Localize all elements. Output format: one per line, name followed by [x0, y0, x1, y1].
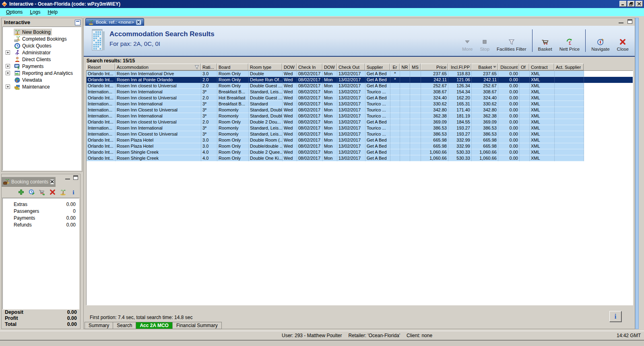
column-header-contract[interactable]: Contract — [529, 64, 554, 70]
table-row[interactable]: Internation...Rosen Inn International3*B… — [87, 101, 633, 107]
table-row[interactable]: Orlando Int...Rosen Inn closest to Unive… — [87, 95, 633, 101]
column-header-discount[interactable]: Discount — [498, 64, 519, 70]
delete-icon[interactable] — [49, 189, 56, 196]
refresh-clock-icon[interactable] — [28, 189, 35, 196]
sidebar-item-payments[interactable]: $Payments — [3, 63, 81, 70]
table-row[interactable]: Orlando Int...Rosen Inn closest to Unive… — [87, 119, 633, 125]
basket-transfer-icon[interactable] — [39, 189, 45, 196]
cell-nr — [400, 89, 410, 95]
column-header-price[interactable]: Price — [421, 64, 448, 70]
cell-check_out: 13/02/2017 — [337, 95, 365, 101]
expand-icon[interactable] — [6, 64, 10, 68]
column-header-check_out[interactable]: Check Out — [337, 64, 365, 70]
table-row[interactable]: Internation...Rosen Inn International3*B… — [87, 89, 633, 95]
cell-accommodation: Rosen Inn International — [116, 113, 201, 119]
row-label: Extras — [14, 202, 27, 207]
cell-dow_out: Mon — [323, 89, 337, 95]
restore-button[interactable] — [627, 1, 635, 7]
table-row[interactable]: Internation...Rosen Inn Closest to Unive… — [87, 131, 633, 137]
table-row[interactable]: Orlando Int...Rosen Plaza Hotel3.0Room O… — [87, 137, 633, 143]
panel-minimize-icon[interactable] — [65, 175, 70, 179]
sidebar-item-viewdata[interactable]: Viewdata — [3, 76, 81, 83]
collapse-panel-button[interactable] — [75, 20, 80, 25]
close-tab-icon[interactable] — [136, 20, 141, 25]
facilities-filter-button[interactable]: Facilities Filter — [493, 28, 530, 54]
table-row[interactable]: Orlando Int...Rosen Shingle Creek4.0Room… — [87, 149, 633, 155]
column-header-dow_out[interactable]: DOW — [322, 64, 337, 70]
cell-dow_in: Wed — [283, 71, 297, 77]
navigate-button[interactable]: Navigate — [588, 28, 613, 54]
palm-tree-icon[interactable] — [60, 189, 66, 196]
info-icon[interactable]: i — [70, 189, 77, 196]
mdi-maximize-icon[interactable] — [627, 19, 632, 24]
column-header-accommodation[interactable]: Accommodation — [115, 64, 201, 70]
booking-contents-row-extras[interactable]: Extras0.00 — [3, 201, 79, 208]
cell-check_out: 13/02/2017 — [337, 143, 365, 149]
status-client: Client: none — [407, 333, 432, 338]
booking-contents-tab[interactable]: Booking contents — [2, 177, 56, 187]
cell-board: Hot Breakfast — [217, 95, 249, 101]
cell-price: 1,060.66 — [421, 155, 448, 161]
sidebar-item-direct-clients[interactable]: Direct Clients — [3, 56, 81, 63]
tab-search[interactable]: Search — [113, 322, 136, 329]
close-panel-icon[interactable] — [50, 179, 54, 185]
results-toolbar: MoreStopFacilities FilterBasket£Nett Pri… — [458, 28, 632, 54]
column-header-room_type[interactable]: Room type — [248, 64, 282, 70]
cell-rating: 3.0 — [201, 143, 217, 149]
column-header-er[interactable]: Er — [390, 64, 400, 70]
column-header-of[interactable]: Of — [519, 64, 529, 70]
column-header-ms[interactable]: MS — [410, 64, 421, 70]
sidebar-item-new-booking[interactable]: New Booking — [3, 29, 81, 35]
tab-acc-2a-mco[interactable]: Acc 2A MCO — [136, 322, 173, 329]
column-header-check_in[interactable]: Check In — [297, 64, 322, 70]
column-header-incl_fl_pp[interactable]: Incl.Fl.PP — [448, 64, 471, 70]
info-button[interactable]: i — [609, 311, 621, 322]
column-header-supplier[interactable]: Supplier — [365, 64, 390, 70]
booking-ref-tab[interactable]: Book. ref.: <none> — [85, 18, 144, 26]
column-header-resort[interactable]: Resort — [86, 64, 115, 70]
column-header-nr[interactable]: NR — [400, 64, 410, 70]
sidebar-item-quick-quotes[interactable]: Quick Quotes — [3, 42, 81, 49]
booking-contents-row-refunds[interactable]: Refunds0.00 — [3, 221, 79, 228]
cell-of — [520, 113, 530, 119]
sidebar-item-completed-bookings[interactable]: Completed Bookings — [3, 35, 81, 42]
table-row[interactable]: Internation...Rosen Inn International3*R… — [87, 125, 633, 131]
menu-logs[interactable]: Logs — [26, 8, 44, 16]
table-row[interactable]: Internation...Rosen Inn Closest to Unive… — [87, 107, 633, 113]
tab-summary[interactable]: Summary — [85, 322, 113, 329]
table-row[interactable]: Orlando Int...Rosen Inn International Dr… — [87, 71, 633, 77]
column-header-basket[interactable]: Basket — [471, 64, 498, 70]
column-header-rating[interactable]: Rati... — [201, 64, 217, 70]
menu-options[interactable]: Options — [2, 8, 26, 16]
add-icon[interactable] — [18, 189, 25, 196]
tab-financial-summary[interactable]: Financial Summary — [173, 322, 222, 329]
booking-contents-row-payments[interactable]: Payments0.00 — [3, 214, 79, 221]
mdi-minimize-icon[interactable] — [619, 19, 623, 23]
table-row[interactable]: Internation...Rosen Inn International3*R… — [87, 113, 633, 119]
column-header-dow_in[interactable]: DOW — [282, 64, 297, 70]
sidebar-item-label: Payments — [22, 64, 43, 69]
sidebar-item-reporting-and-analytics[interactable]: Reporting and Analytics — [3, 70, 81, 76]
expand-icon[interactable] — [6, 71, 10, 75]
panel-maximize-icon[interactable] — [73, 175, 78, 180]
close-button[interactable]: Close — [613, 28, 632, 54]
table-row[interactable]: Orlando Int...Rosen Inn at Pointe Orland… — [87, 77, 633, 83]
close-window-button[interactable] — [636, 1, 643, 7]
menu-help[interactable]: Help — [44, 8, 61, 16]
expand-icon[interactable] — [6, 50, 10, 55]
basket-button[interactable]: Basket — [535, 28, 556, 54]
table-row[interactable]: Orlando Int...Rosen Plaza Hotel3.0Room O… — [87, 143, 633, 149]
cell-supplier: Get A Bed — [365, 95, 390, 101]
sidebar-item-administrator[interactable]: Administrator — [3, 49, 81, 56]
cell-rating: 2.0 — [201, 77, 217, 83]
table-row[interactable]: Orlando Int...Rosen Shingle Creek4.0Room… — [87, 155, 633, 161]
sidebar-item-maintenance[interactable]: Maintenance — [3, 83, 81, 90]
status-user: User: 293 - Matthew Poulter — [282, 333, 342, 338]
expand-icon[interactable] — [6, 84, 10, 89]
column-header-act_supplier[interactable]: Act. Supplier — [554, 64, 584, 70]
nett-price-button[interactable]: £Nett Price — [556, 28, 584, 54]
column-header-board[interactable]: Board — [217, 64, 248, 70]
minimize-button[interactable] — [619, 1, 627, 7]
booking-contents-row-passengers[interactable]: Passengers0 — [3, 208, 79, 214]
table-row[interactable]: Orlando Int...Rosen Inn closest to Unive… — [87, 83, 633, 89]
